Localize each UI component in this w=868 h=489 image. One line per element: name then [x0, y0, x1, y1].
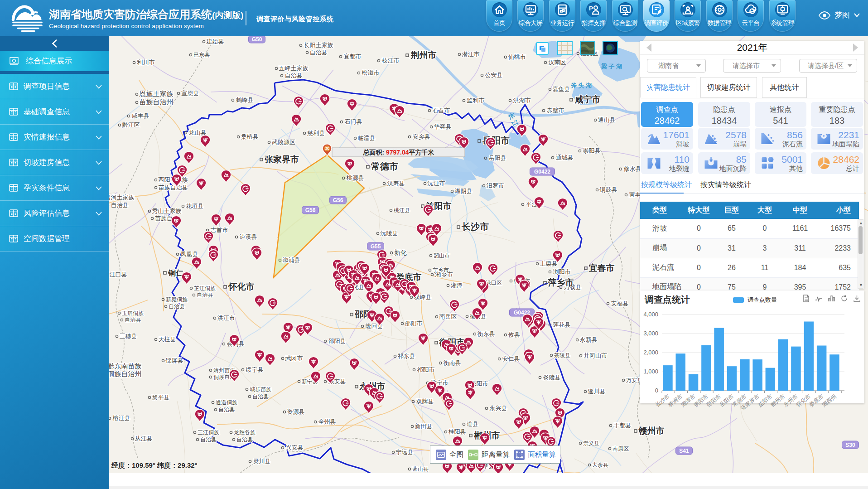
svg-text:莲花县: 莲花县 — [553, 321, 571, 328]
svg-text:建始县: 建始县 — [206, 38, 224, 45]
svg-text:经度：109.59° 纬度：29.32°: 经度：109.59° 纬度：29.32° — [111, 461, 198, 469]
svg-text:G0422: G0422 — [534, 169, 550, 175]
svg-text:怀化市: 怀化市 — [228, 282, 255, 291]
svg-text:公安县: 公安县 — [485, 72, 503, 78]
svg-text:松滋市: 松滋市 — [362, 69, 380, 76]
svg-text:仙桃市: 仙桃市 — [508, 53, 526, 60]
svg-text:2,000: 2,000 — [643, 349, 658, 356]
svg-text:自治县: 自治县 — [218, 407, 235, 413]
svg-text:通道侗族: 通道侗族 — [216, 399, 237, 406]
svg-text:蓝山县: 蓝山县 — [412, 466, 429, 472]
svg-text:苗族自治州: 苗族自治州 — [140, 98, 174, 106]
svg-text:巴东县: 巴东县 — [193, 52, 210, 58]
svg-text:资源县: 资源县 — [287, 408, 305, 415]
svg-text:怀化市: 怀化市 — [795, 393, 812, 408]
svg-text:桃源县: 桃源县 — [346, 174, 364, 181]
svg-text:桑植县: 桑植县 — [241, 133, 259, 140]
svg-text:崇义县: 崇义县 — [583, 440, 599, 446]
svg-text:南康区: 南康区 — [612, 445, 629, 452]
svg-text:祁阳市: 祁阳市 — [417, 366, 435, 373]
svg-text:新田县: 新田县 — [415, 423, 433, 430]
svg-text:榕江县: 榕江县 — [112, 415, 130, 421]
svg-text:永州市: 永州市 — [782, 393, 799, 408]
svg-text:从江县: 从江县 — [135, 435, 153, 442]
svg-text:武冈市: 武冈市 — [285, 355, 303, 362]
svg-text:自治县: 自治县 — [169, 303, 185, 310]
svg-text:溆浦县: 溆浦县 — [283, 257, 300, 263]
svg-text:娄底市: 娄底市 — [808, 393, 825, 408]
svg-text:玉屏侗族: 玉屏侗族 — [122, 310, 144, 316]
svg-text:石门县: 石门县 — [345, 118, 362, 125]
svg-text:石首市: 石首市 — [433, 107, 450, 114]
svg-text:侗族自治州: 侗族自治州 — [109, 370, 142, 378]
svg-text:锦屏县: 锦屏县 — [165, 357, 183, 364]
svg-text:3,000: 3,000 — [643, 330, 658, 337]
svg-text:益阳市: 益阳市 — [757, 393, 773, 408]
svg-text:宁乡市: 宁乡市 — [433, 267, 449, 273]
svg-text:自治县: 自治县 — [285, 72, 303, 79]
svg-text:安福县: 安福县 — [611, 300, 629, 307]
svg-text:梁 子 湖: 梁 子 湖 — [601, 63, 622, 70]
svg-text:恩施土家族: 恩施土家族 — [139, 90, 174, 97]
svg-text:铜仁: 铜仁 — [168, 269, 183, 277]
svg-text:黔东南苗族: 黔东南苗族 — [109, 362, 142, 370]
svg-text:湘潭市: 湘潭市 — [680, 393, 697, 408]
svg-text:衡阳市: 衡阳市 — [693, 393, 709, 408]
svg-text:崇阳县: 崇阳县 — [583, 147, 601, 154]
svg-text:安乡县: 安乡县 — [413, 133, 430, 140]
svg-text:桂阳县: 桂阳县 — [448, 428, 466, 435]
svg-text:灵川县: 灵川县 — [253, 458, 271, 465]
svg-text:汨罗市: 汨罗市 — [487, 182, 504, 189]
svg-text:通山县: 通山县 — [598, 116, 616, 123]
svg-text:宣恩县: 宣恩县 — [182, 90, 199, 97]
svg-text:秀山土家族: 秀山土家族 — [152, 208, 182, 214]
svg-text:大余县: 大余县 — [592, 462, 608, 468]
svg-text:浏阳市: 浏阳市 — [553, 268, 571, 275]
svg-text:自治县: 自治县 — [197, 292, 213, 298]
svg-text:慈利县: 慈利县 — [307, 130, 325, 136]
svg-text:萍乡市: 萍乡市 — [548, 278, 574, 287]
svg-text:韶山市: 韶山市 — [434, 252, 450, 259]
svg-text:长阳土家族: 长阳土家族 — [304, 42, 333, 48]
svg-text:4,000: 4,000 — [643, 311, 658, 318]
svg-text:新晃侗族: 新晃侗族 — [166, 296, 188, 303]
svg-text:花垣县: 花垣县 — [186, 203, 204, 209]
svg-text:潜江市: 潜江市 — [462, 51, 480, 58]
svg-text:枝江市: 枝江市 — [382, 57, 400, 64]
svg-text:苗族自治县: 苗族自治县 — [159, 184, 188, 191]
svg-text:芷江侗族: 芷江侗族 — [194, 285, 216, 291]
svg-text:南岳区: 南岳区 — [439, 313, 457, 320]
svg-text:沿河土家族: 沿河土家族 — [109, 194, 135, 201]
svg-text:G50: G50 — [252, 36, 262, 43]
svg-text:常德市: 常德市 — [371, 161, 398, 171]
svg-text:兴安县: 兴安县 — [286, 444, 304, 451]
svg-text:株洲市: 株洲市 — [666, 393, 684, 408]
svg-text:吉首市: 吉首市 — [211, 227, 228, 233]
svg-text:咸丰县: 咸丰县 — [132, 112, 149, 119]
svg-text:自治县: 自治县 — [236, 436, 253, 443]
svg-text:张家界市: 张家界市 — [265, 155, 299, 164]
svg-text:攸县: 攸县 — [508, 331, 520, 338]
svg-text:G55: G55 — [371, 243, 381, 250]
svg-text:泸溪县: 泸溪县 — [240, 233, 257, 240]
svg-text:凤凰县: 凤凰县 — [181, 251, 198, 257]
svg-text:斧 头 湖: 斧 头 湖 — [571, 82, 592, 89]
svg-text:S41: S41 — [679, 448, 689, 454]
svg-text:自治县: 自治县 — [200, 436, 217, 443]
svg-text:长沙市: 长沙市 — [654, 393, 671, 408]
svg-text:三穗县: 三穗县 — [120, 333, 137, 339]
svg-text:三江侗族: 三江侗族 — [198, 429, 219, 436]
svg-text:自治县: 自治县 — [125, 317, 141, 323]
svg-text:宜春市: 宜春市 — [589, 263, 615, 273]
svg-text:井冈山市: 井冈山市 — [583, 352, 607, 359]
svg-text:长沙市: 长沙市 — [461, 222, 489, 232]
svg-text:新化: 新化 — [394, 249, 407, 256]
svg-text:总面积: 9797.04平方千米: 总面积: 9797.04平方千米 — [362, 149, 434, 156]
svg-text:上栗县: 上栗县 — [540, 260, 558, 267]
svg-text:湘潭: 湘潭 — [451, 282, 463, 289]
svg-text:监利市: 监利市 — [467, 97, 485, 104]
svg-text:永兴县: 永兴县 — [490, 405, 507, 412]
svg-text:1,000: 1,000 — [643, 368, 658, 375]
svg-text:武陵源区: 武陵源区 — [271, 139, 295, 145]
svg-text:全州县: 全州县 — [318, 418, 336, 425]
